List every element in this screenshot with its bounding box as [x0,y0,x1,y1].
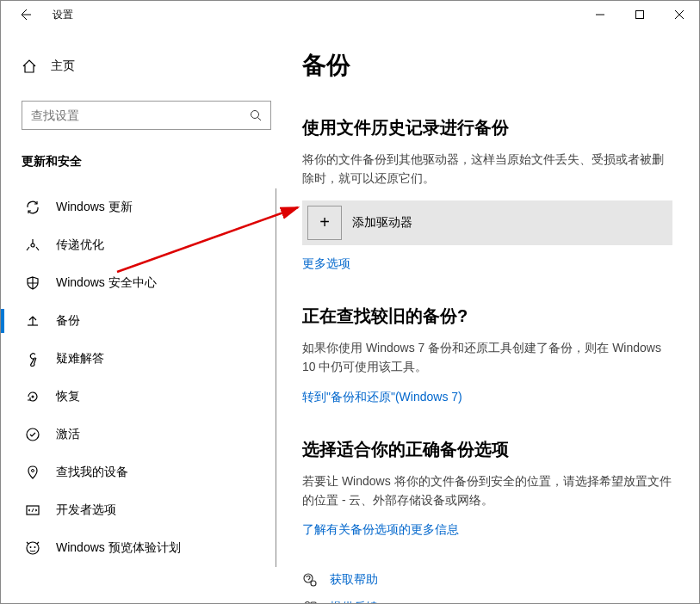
maximize-button[interactable] [620,1,660,28]
backup-icon [25,313,40,329]
back-button[interactable] [8,1,42,28]
sidebar-item-label: 开发者选项 [56,502,116,518]
delivery-icon [25,237,40,253]
help-icon [302,572,318,588]
sidebar-item-label: Windows 更新 [56,200,133,215]
home-link[interactable]: 主页 [22,49,276,83]
svg-point-3 [32,396,34,398]
window-title: 设置 [53,8,73,22]
backup-restore-link[interactable]: 转到"备份和还原"(Windows 7) [302,390,462,405]
section-heading-file-history: 使用文件历史记录进行备份 [302,116,673,139]
svg-point-9 [34,546,36,548]
sidebar-item-label: 疑难解答 [56,351,104,367]
section-heading-backup-options: 选择适合你的正确备份选项 [302,438,673,461]
search-input[interactable] [22,101,271,130]
main-content: 备份 使用文件历史记录进行备份 将你的文件备份到其他驱动器，这样当原始文件丢失、… [276,28,699,603]
section-desc: 将你的文件备份到其他驱动器，这样当原始文件丢失、受损或者被删除时，就可以还原它们… [302,150,673,188]
section-heading-older-backup: 正在查找较旧的备份? [302,305,673,328]
svg-rect-0 [636,11,644,19]
sidebar-item-label: 激活 [56,427,80,442]
sidebar-item-find-my-device[interactable]: 查找我的设备 [22,453,276,491]
sidebar-item-windows-update[interactable]: Windows 更新 [22,188,276,226]
location-icon [25,465,40,480]
sync-icon [25,200,40,215]
home-icon [22,59,37,74]
search-icon [250,109,262,121]
home-label: 主页 [51,59,75,74]
section-desc: 若要让 Windows 将你的文件备份到安全的位置，请选择希望放置文件的位置 -… [302,471,673,510]
recovery-icon [25,389,40,404]
sidebar-item-developer-options[interactable]: 开发者选项 [22,491,276,529]
svg-point-7 [27,542,39,554]
svg-point-11 [311,581,316,586]
sidebar-item-windows-security[interactable]: Windows 安全中心 [22,264,276,302]
sidebar-item-windows-insider[interactable]: Windows 预览体验计划 [22,529,276,567]
add-drive-button[interactable]: + 添加驱动器 [302,200,672,245]
plus-icon: + [307,206,342,240]
sidebar-item-activation[interactable]: 激活 [22,416,276,453]
svg-point-4 [27,428,39,441]
minimize-button[interactable] [580,1,620,28]
sidebar-item-label: 查找我的设备 [56,465,128,480]
category-header: 更新和安全 [22,154,276,169]
sidebar: 主页 更新和安全 Windows 更新 [1,28,276,603]
sidebar-item-recovery[interactable]: 恢复 [22,378,276,416]
shield-icon [25,275,40,291]
section-desc: 如果你使用 Windows 7 备份和还原工具创建了备份，则在 Windows … [302,338,673,377]
sidebar-item-delivery-optimization[interactable]: 传递优化 [22,226,276,264]
sidebar-item-label: 备份 [56,313,80,329]
sidebar-item-label: 恢复 [56,389,80,404]
wrench-icon [25,351,40,367]
feedback-link[interactable]: 提供反馈 [330,600,378,603]
sidebar-item-label: 传递优化 [56,237,104,253]
sidebar-item-label: Windows 预览体验计划 [56,540,181,556]
svg-rect-13 [311,602,316,603]
learn-more-link[interactable]: 了解有关备份选项的更多信息 [302,522,459,538]
sidebar-item-backup[interactable]: 备份 [22,302,276,340]
svg-point-8 [30,546,32,548]
svg-point-5 [32,470,34,472]
more-options-link[interactable]: 更多选项 [302,256,350,272]
add-drive-label: 添加驱动器 [352,215,412,231]
close-button[interactable] [660,1,699,28]
svg-point-1 [251,111,259,119]
svg-point-12 [306,602,310,603]
insider-icon [25,540,40,556]
page-title: 备份 [302,49,673,82]
sidebar-item-troubleshoot[interactable]: 疑难解答 [22,340,276,378]
activation-icon [25,427,40,442]
sidebar-item-label: Windows 安全中心 [56,275,157,291]
developer-icon [25,502,40,518]
get-help-link[interactable]: 获取帮助 [330,572,378,588]
feedback-icon [302,600,318,603]
